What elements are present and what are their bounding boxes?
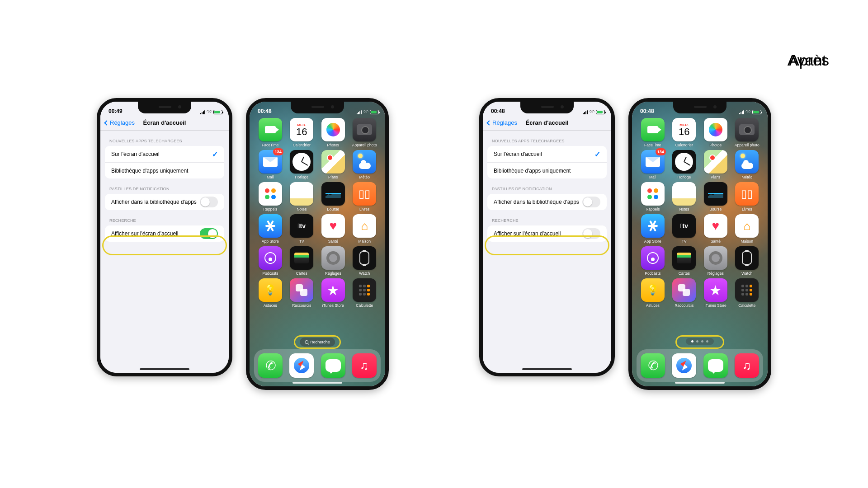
app-itunes[interactable]: ★iTunes Store (318, 278, 348, 308)
option-library-only[interactable]: Bibliothèque d'apps uniquement (487, 162, 607, 178)
app-clock[interactable]: Horloge (287, 150, 316, 179)
app-label: iTunes Store (705, 303, 726, 308)
app-settings[interactable]: Réglages (318, 246, 348, 276)
app-calc[interactable]: Calculette (349, 278, 379, 308)
app-podcasts[interactable]: Podcasts (638, 246, 668, 276)
toggle-search-home[interactable] (582, 228, 600, 239)
option-home-screen[interactable]: Sur l'écran d'accueil ✓ (105, 146, 224, 162)
app-phone[interactable]: ✆ (255, 353, 285, 378)
home-phone-before: 00:48 FaceTimeMER.16CalendrierPhotosAppa… (246, 98, 389, 390)
app-label: Mail (649, 175, 656, 179)
row-show-search-home[interactable]: Afficher sur l'écran d'accueil (105, 225, 224, 242)
row-show-badges-library[interactable]: Afficher dans la bibliothèque d'apps (105, 194, 224, 210)
page-dot[interactable] (691, 340, 693, 343)
page-dot[interactable] (701, 340, 703, 343)
app-shortcuts[interactable]: Raccourcis (287, 278, 316, 308)
app-weather[interactable]: Météo (349, 150, 379, 179)
app-tv[interactable]: tvTV (287, 214, 316, 244)
app-maps[interactable]: Plans (701, 150, 731, 179)
back-button[interactable]: Réglages (104, 119, 135, 126)
app-music[interactable]: ♫ (732, 353, 762, 378)
after-label: Après (789, 52, 829, 69)
app-label: Photos (327, 143, 339, 147)
app-label: Podcasts (645, 271, 660, 276)
app-notes[interactable]: Notes (287, 182, 316, 211)
status-time: 00:48 (640, 108, 667, 114)
app-mail[interactable]: 134Mail (255, 150, 285, 179)
app-podcasts[interactable]: Podcasts (255, 246, 285, 276)
page-dot[interactable] (706, 340, 708, 343)
app-stocks[interactable]: Bourse (701, 182, 731, 211)
home-indicator[interactable] (522, 368, 572, 370)
row-show-badges-library[interactable]: Afficher dans la bibliothèque d'apps (487, 194, 607, 210)
app-calc[interactable]: Calculette (732, 278, 762, 308)
app-health[interactable]: ♥Santé (318, 214, 348, 244)
app-messages[interactable] (701, 353, 731, 378)
toggle-badges[interactable] (582, 197, 600, 207)
app-facetime[interactable]: FaceTime (255, 118, 285, 147)
app-settings[interactable]: Réglages (701, 246, 731, 276)
app-home[interactable]: ⌂Maison (732, 214, 762, 244)
app-photos[interactable]: Photos (701, 118, 731, 147)
app-appstore[interactable]: App Store (255, 214, 285, 244)
app-messages[interactable] (318, 353, 348, 378)
app-clock[interactable]: Horloge (669, 150, 699, 179)
page-dots[interactable] (686, 338, 714, 345)
app-music[interactable]: ♫ (349, 353, 379, 378)
app-grid: FaceTimeMER.16CalendrierPhotosAppareil p… (632, 115, 768, 308)
safari-icon (289, 353, 314, 378)
app-reminders[interactable]: Rappels (638, 182, 668, 211)
app-home[interactable]: ⌂Maison (349, 214, 379, 244)
home-indicator[interactable] (292, 382, 342, 384)
toggle-search-home[interactable] (200, 228, 218, 239)
app-watch[interactable]: Watch (732, 246, 762, 276)
section-header-badges: PASTILLES DE NOTIFICATION (483, 178, 611, 194)
app-calendar[interactable]: MER.16Calendrier (669, 118, 699, 147)
option-home-screen[interactable]: Sur l'écran d'accueil ✓ (487, 146, 607, 162)
status-time: 00:48 (258, 108, 285, 114)
calc-icon (353, 278, 376, 302)
photos-icon (321, 118, 345, 141)
app-camera[interactable]: Appareil photo (349, 118, 379, 147)
app-label: TV (299, 239, 304, 244)
row-show-search-home[interactable]: Afficher sur l'écran d'accueil (487, 225, 607, 242)
app-tv[interactable]: tvTV (669, 214, 699, 244)
app-facetime[interactable]: FaceTime (638, 118, 668, 147)
app-phone[interactable]: ✆ (638, 353, 668, 378)
app-mail[interactable]: 134Mail (638, 150, 668, 179)
app-maps[interactable]: Plans (318, 150, 348, 179)
app-wallet[interactable]: Cartes (287, 246, 316, 276)
app-safari[interactable] (669, 353, 699, 378)
app-appstore[interactable]: App Store (638, 214, 668, 244)
app-wallet[interactable]: Cartes (669, 246, 699, 276)
app-reminders[interactable]: Rappels (255, 182, 285, 211)
app-health[interactable]: ♥Santé (701, 214, 731, 244)
app-label: Watch (741, 271, 752, 276)
calc-icon (735, 278, 759, 302)
app-safari[interactable] (287, 353, 316, 378)
app-calendar[interactable]: MER.16Calendrier (287, 118, 316, 147)
app-books[interactable]: ▯▯Livres (732, 182, 762, 211)
app-shortcuts[interactable]: Raccourcis (669, 278, 699, 308)
home-indicator[interactable] (675, 382, 725, 384)
app-tips[interactable]: 💡Astuces (255, 278, 285, 308)
app-label: Calendrier (293, 143, 311, 147)
watch-icon (353, 246, 376, 270)
app-stocks[interactable]: Bourse (318, 182, 348, 211)
option-library-only[interactable]: Bibliothèque d'apps uniquement (105, 162, 224, 178)
app-books[interactable]: ▯▯Livres (349, 182, 379, 211)
app-notes[interactable]: Notes (669, 182, 699, 211)
toggle-badges[interactable] (200, 197, 218, 207)
app-tips[interactable]: 💡Astuces (638, 278, 668, 308)
settings-icon (704, 246, 727, 270)
back-button[interactable]: Réglages (486, 119, 517, 126)
app-itunes[interactable]: ★iTunes Store (701, 278, 731, 308)
app-label: Horloge (677, 175, 691, 179)
app-camera[interactable]: Appareil photo (732, 118, 762, 147)
search-pill[interactable]: Recherche (300, 338, 335, 347)
app-watch[interactable]: Watch (349, 246, 379, 276)
app-photos[interactable]: Photos (318, 118, 348, 147)
app-weather[interactable]: Météo (732, 150, 762, 179)
home-indicator[interactable] (140, 368, 189, 370)
page-dot[interactable] (696, 340, 698, 343)
